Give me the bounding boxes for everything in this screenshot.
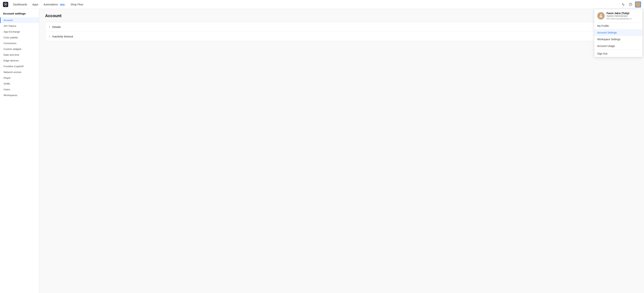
section-details-row[interactable]: › Details (45, 22, 638, 32)
sidebar-item-frontline-copilot[interactable]: Frontline Copilot® (0, 63, 39, 69)
top-navigation: Dashboards Apps Automations Beta Shop Fl… (0, 0, 644, 9)
sidebar-item-api-tokens[interactable]: API Tokens (0, 23, 39, 29)
account-sections-card: › Details › Inactivity timeout (45, 22, 638, 41)
nav-shop-floor[interactable]: Shop Floor (69, 2, 85, 7)
section-inactivity-row[interactable]: › Inactivity timeout (45, 32, 638, 41)
chevron-right-icon: › (49, 25, 50, 28)
dropdown-user-info: Fanni Jaksi (Tulip) System Administrator… (606, 12, 639, 20)
sidebar-title: Account settings (0, 12, 39, 17)
dropdown-account-settings[interactable]: Account Settings (594, 29, 642, 36)
page-title: Account (45, 13, 638, 18)
section-details-label: Details (52, 25, 61, 28)
main-layout: Account settings Account API Tokens App … (0, 9, 644, 293)
activity-icon-button[interactable] (620, 1, 626, 7)
sidebar-item-player[interactable]: Player (0, 75, 39, 81)
dropdown-account-usage[interactable]: Account Usage (594, 43, 642, 49)
sidebar-item-users[interactable]: Users (0, 87, 39, 92)
beta-badge: Beta (60, 3, 66, 6)
main-content: Account › Details › Inactivity timeout (39, 9, 644, 293)
dropdown-user-name: Fanni Jaksi (Tulip) (606, 12, 639, 15)
sidebar-item-saml[interactable]: SAML (0, 81, 39, 87)
dropdown-divider (594, 50, 642, 50)
sidebar-item-network-access[interactable]: Network access (0, 69, 39, 75)
dropdown-workspace-settings[interactable]: Workspace Settings (594, 36, 642, 43)
sidebar-item-app-exchange[interactable]: App Exchange (0, 29, 39, 35)
sidebar-item-date-and-time[interactable]: Date and time (0, 52, 39, 58)
dropdown-sign-out[interactable]: Sign Out (594, 50, 642, 57)
dropdown-my-profile[interactable]: My Profile (594, 22, 642, 29)
sidebar-item-connectors[interactable]: Connectors (0, 40, 39, 46)
sidebar-item-color-palette[interactable]: Color palette (0, 35, 39, 40)
topnav-right-actions (620, 1, 641, 7)
nav-dashboards[interactable]: Dashboards (11, 2, 29, 7)
svg-point-4 (638, 3, 639, 4)
dropdown-user-section: Fanni Jaksi (Tulip) System Administrator… (594, 9, 642, 22)
nav-apps[interactable]: Apps (30, 2, 40, 7)
svg-point-5 (600, 14, 602, 16)
section-inactivity-label: Inactivity timeout (52, 35, 73, 38)
chevron-right-icon-2: › (49, 35, 50, 38)
nav-links: Dashboards Apps Automations Beta Shop Fl… (11, 2, 620, 7)
dropdown-user-avatar (597, 12, 605, 19)
sidebar-item-edge-devices[interactable]: Edge devices (0, 58, 39, 63)
dropdown-user-role: System Administrator (606, 15, 639, 17)
nav-automations[interactable]: Automations Beta (42, 2, 67, 7)
sidebar: Account settings Account API Tokens App … (0, 9, 39, 293)
dropdown-user-email: fanni.jaksi+google@tulip.co (606, 17, 639, 20)
sidebar-item-custom-widgets[interactable]: Custom widgets (0, 46, 39, 52)
svg-point-1 (5, 4, 6, 5)
app-logo[interactable] (3, 2, 8, 7)
help-icon-button[interactable] (628, 1, 634, 7)
sidebar-item-workspaces[interactable]: Workspaces (0, 92, 39, 98)
user-avatar-button[interactable] (635, 1, 641, 7)
user-dropdown-menu: Fanni Jaksi (Tulip) System Administrator… (594, 9, 642, 57)
sidebar-item-account[interactable]: Account (0, 17, 39, 23)
